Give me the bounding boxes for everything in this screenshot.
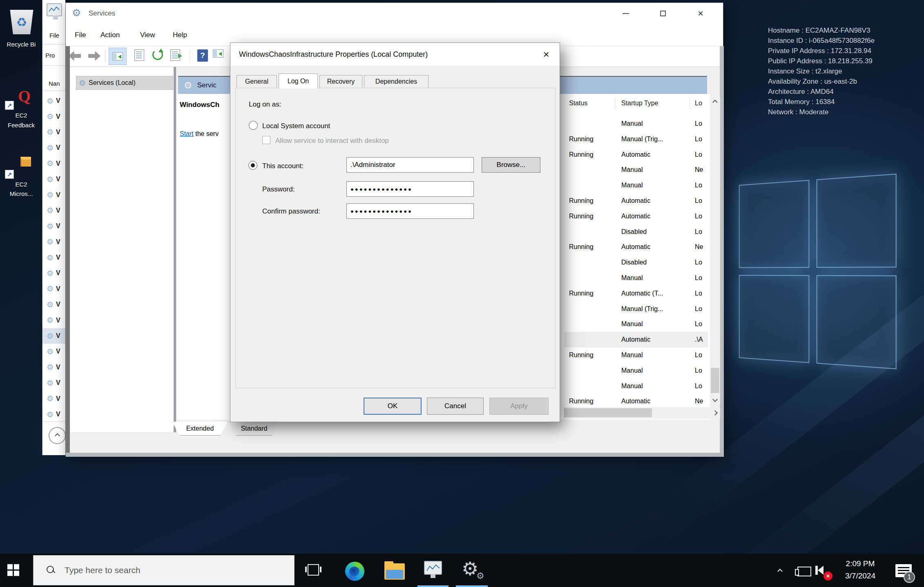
dialog-tab-log-on[interactable]: Log On: [279, 73, 318, 89]
dialog-tab-recovery[interactable]: Recovery: [319, 75, 362, 88]
service-list-row[interactable]: RunningAutomaticLo: [564, 147, 708, 162]
dialog-tab-general[interactable]: General: [237, 75, 277, 88]
close-button[interactable]: ×: [687, 3, 714, 24]
ok-button[interactable]: OK: [364, 398, 422, 415]
maximize-button[interactable]: [649, 3, 676, 24]
ec2-micro-label-2[interactable]: Micros...: [0, 190, 42, 197]
minimize-button[interactable]: [612, 3, 639, 24]
view-tab-extended[interactable]: Extended: [172, 422, 228, 436]
service-list-row[interactable]: Manual (Trig...Lo: [564, 301, 708, 317]
recycle-bin-icon[interactable]: ♻: [9, 10, 34, 34]
performance-monitor-taskbar-icon[interactable]: [424, 561, 442, 575]
ec2-microservice-icon[interactable]: [20, 157, 31, 167]
service-list-row[interactable]: ManualLo: [564, 316, 708, 332]
ec2-micro-label-1[interactable]: EC2: [0, 181, 42, 188]
help-button[interactable]: ?: [197, 49, 208, 62]
background-service-row[interactable]: ⚙V: [42, 171, 65, 187]
refresh-button[interactable]: [152, 49, 163, 60]
service-list-row[interactable]: ManualLo: [564, 178, 708, 193]
export-list-button[interactable]: [170, 49, 180, 61]
cancel-button[interactable]: Cancel: [427, 398, 484, 415]
background-name-column[interactable]: Nan: [49, 80, 60, 87]
service-list-row[interactable]: RunningAutomaticNe: [564, 239, 708, 255]
dialog-close-button[interactable]: ×: [537, 46, 556, 62]
taskbar-clock[interactable]: 2:09 PM 3/7/2024: [837, 558, 883, 582]
dialog-titlebar[interactable]: WindowsChaosInfrastructure Properties (L…: [230, 43, 560, 66]
background-service-row[interactable]: ⚙V: [42, 297, 65, 312]
service-list-row[interactable]: ManualLo: [564, 378, 708, 394]
background-service-row[interactable]: ⚙V: [42, 391, 65, 406]
background-service-row[interactable]: ⚙V: [42, 281, 65, 297]
background-service-row[interactable]: ⚙V: [42, 187, 65, 202]
ec2-feedback-icon[interactable]: Q: [18, 87, 31, 106]
horizontal-scrollbar[interactable]: [563, 407, 720, 418]
background-service-row[interactable]: ⚙V: [42, 375, 65, 391]
service-list-row[interactable]: DisabledLo: [564, 255, 708, 270]
apply-button[interactable]: Apply: [489, 398, 549, 415]
password-input[interactable]: ●●●●●●●●●●●●●●: [346, 181, 474, 197]
show-console-tree-button[interactable]: [109, 48, 127, 65]
column-header-logon[interactable]: Lo: [695, 100, 702, 107]
background-service-row[interactable]: ⚙V: [42, 218, 65, 234]
background-service-row[interactable]: ⚙V: [42, 265, 65, 281]
properties-button[interactable]: [134, 49, 144, 61]
service-list-row[interactable]: ManualNe: [564, 162, 708, 178]
service-list-row[interactable]: Automatic.\A: [564, 332, 708, 347]
vertical-scrollbar[interactable]: [710, 97, 720, 405]
menu-action[interactable]: Action: [100, 31, 120, 39]
scroll-up-circle-button[interactable]: [49, 427, 65, 444]
scroll-right-arrow[interactable]: [710, 407, 720, 418]
confirm-password-input[interactable]: ●●●●●●●●●●●●●●: [346, 203, 474, 219]
column-header-status[interactable]: Status: [569, 100, 587, 107]
ec2-feedback-label-1[interactable]: EC2: [0, 112, 42, 119]
background-service-row[interactable]: ⚙V: [42, 328, 65, 344]
background-toolbar-text[interactable]: Pro: [45, 52, 55, 59]
volume-icon[interactable]: [818, 566, 824, 575]
back-button[interactable]: [69, 51, 81, 61]
local-system-radio[interactable]: [249, 121, 258, 130]
service-list-row[interactable]: RunningManual (Trig...Lo: [564, 131, 708, 147]
background-service-row[interactable]: ⚙V: [42, 93, 65, 109]
background-service-row[interactable]: ⚙V: [42, 203, 65, 218]
this-account-label[interactable]: This account:: [262, 162, 304, 170]
forward-button[interactable]: [88, 51, 100, 61]
view-tab-standard[interactable]: Standard: [229, 422, 279, 436]
vertical-scroll-thumb[interactable]: [711, 368, 719, 393]
browse-button[interactable]: Browse...: [482, 157, 540, 173]
file-explorer-icon[interactable]: [384, 563, 405, 580]
task-view-button[interactable]: [308, 564, 319, 576]
background-service-row[interactable]: ⚙V: [42, 312, 65, 328]
taskbar-search[interactable]: Type here to search: [33, 555, 295, 585]
popup-window-button[interactable]: [213, 49, 223, 58]
background-service-row[interactable]: ⚙V: [42, 156, 65, 171]
background-service-row[interactable]: ⚙V: [42, 360, 65, 375]
menu-view[interactable]: View: [140, 31, 155, 39]
background-service-row[interactable]: ⚙V: [42, 407, 65, 422]
service-list-row[interactable]: ManualLo: [564, 270, 708, 286]
show-hidden-icons-button[interactable]: [778, 567, 782, 575]
ec2-feedback-label-2[interactable]: Feedback: [0, 122, 42, 129]
interact-desktop-checkbox[interactable]: [262, 136, 270, 144]
background-service-row[interactable]: ⚙V: [42, 109, 65, 124]
service-list-row[interactable]: RunningAutomatic (T...Lo: [564, 286, 708, 301]
service-list-row[interactable]: DisabledLo: [564, 224, 708, 240]
service-list-row[interactable]: ManualLo: [564, 363, 708, 378]
service-list-row[interactable]: RunningAutomaticLo: [564, 193, 708, 209]
account-input[interactable]: .\Administrator: [346, 157, 474, 173]
scroll-down-arrow[interactable]: [710, 394, 720, 405]
this-account-radio[interactable]: [248, 161, 257, 170]
tree-item-services-local[interactable]: ⚙ Services (Local): [76, 76, 173, 90]
background-service-row[interactable]: ⚙V: [42, 234, 65, 250]
background-service-row[interactable]: ⚙V: [42, 344, 65, 359]
dialog-tab-dependencies[interactable]: Dependencies: [364, 75, 429, 88]
recycle-bin-label[interactable]: Recycle Bi: [0, 41, 42, 48]
service-list-row[interactable]: RunningManualLo: [564, 347, 708, 363]
network-icon[interactable]: [797, 567, 811, 576]
service-list-row[interactable]: RunningAutomaticLo: [564, 209, 708, 224]
menu-help[interactable]: Help: [173, 31, 187, 39]
column-header-startup-type[interactable]: Startup Type: [621, 100, 658, 107]
background-service-row[interactable]: ⚙V: [42, 250, 65, 265]
background-service-row[interactable]: ⚙V: [42, 140, 65, 156]
service-list-row[interactable]: ManualLo: [564, 116, 708, 131]
start-button[interactable]: [7, 564, 20, 576]
